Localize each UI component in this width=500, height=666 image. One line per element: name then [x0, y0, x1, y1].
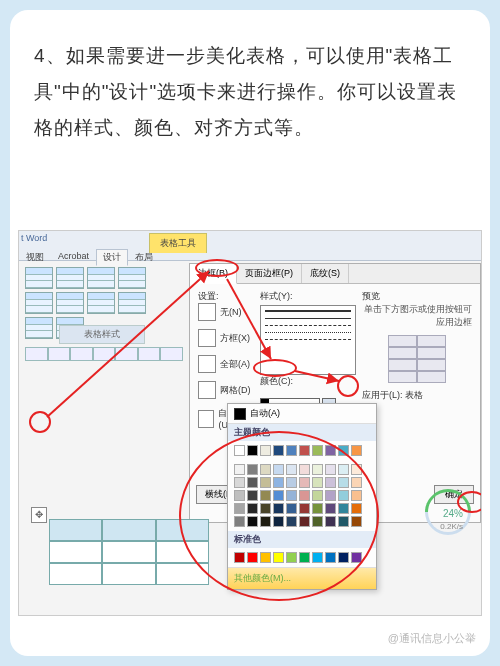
color-auto[interactable]: 自动(A) [228, 404, 376, 424]
style-label: 样式(Y): [260, 290, 356, 303]
color-swatch[interactable] [247, 464, 258, 475]
color-swatch[interactable] [234, 477, 245, 488]
color-swatch[interactable] [247, 490, 258, 501]
tab-acrobat[interactable]: Acrobat [51, 249, 96, 266]
color-swatch[interactable] [260, 503, 271, 514]
preview-grid[interactable] [388, 335, 446, 383]
color-swatch[interactable] [247, 445, 258, 456]
color-swatch[interactable] [299, 503, 310, 514]
color-swatch[interactable] [338, 552, 349, 563]
color-swatch[interactable] [351, 445, 362, 456]
ribbon-bar: t Word 表格工具 视图 Acrobat 设计 布局 [19, 231, 481, 261]
color-swatch[interactable] [312, 445, 323, 456]
color-swatch[interactable] [260, 516, 271, 527]
apply-to-value[interactable]: 表格 [405, 390, 423, 400]
color-swatch[interactable] [260, 477, 271, 488]
color-swatch[interactable] [234, 503, 245, 514]
color-swatch[interactable] [325, 552, 336, 563]
color-swatch[interactable] [273, 516, 284, 527]
color-swatch[interactable] [286, 464, 297, 475]
color-swatch[interactable] [351, 464, 362, 475]
theme-colors-row[interactable] [228, 441, 376, 460]
table-move-handle-icon[interactable]: ✥ [31, 507, 47, 523]
color-swatch[interactable] [351, 503, 362, 514]
dlg-tab-page-border[interactable]: 页面边框(P) [237, 264, 302, 283]
color-swatch[interactable] [234, 552, 245, 563]
color-swatch[interactable] [260, 445, 271, 456]
auto-swatch-icon [234, 408, 246, 420]
dlg-tab-shading[interactable]: 底纹(S) [302, 264, 349, 283]
color-swatch[interactable] [273, 490, 284, 501]
color-swatch[interactable] [260, 552, 271, 563]
annotation-circle [29, 411, 51, 433]
document-table[interactable] [49, 519, 209, 585]
color-swatch[interactable] [325, 464, 336, 475]
color-swatch[interactable] [247, 503, 258, 514]
color-swatch[interactable] [234, 516, 245, 527]
color-swatch[interactable] [312, 464, 323, 475]
color-swatch[interactable] [351, 490, 362, 501]
color-swatch[interactable] [286, 490, 297, 501]
color-swatch[interactable] [351, 552, 362, 563]
color-swatch[interactable] [325, 477, 336, 488]
opt-grid[interactable]: 网格(D) [198, 381, 254, 399]
color-swatch[interactable] [299, 445, 310, 456]
opt-box[interactable]: 方框(X) [198, 329, 254, 347]
color-swatch[interactable] [260, 490, 271, 501]
color-swatch[interactable] [247, 477, 258, 488]
color-swatch[interactable] [299, 516, 310, 527]
color-swatch[interactable] [299, 552, 310, 563]
color-swatch[interactable] [286, 477, 297, 488]
color-swatch[interactable] [247, 552, 258, 563]
color-swatch[interactable] [312, 490, 323, 501]
color-swatch[interactable] [286, 552, 297, 563]
standard-colors-row[interactable] [228, 548, 376, 567]
style-listbox[interactable] [260, 305, 356, 375]
color-swatch[interactable] [273, 552, 284, 563]
color-swatch[interactable] [234, 464, 245, 475]
color-swatch[interactable] [325, 516, 336, 527]
color-swatch[interactable] [338, 503, 349, 514]
color-swatch[interactable] [312, 516, 323, 527]
color-swatch[interactable] [234, 445, 245, 456]
mini-table-preview [25, 347, 183, 361]
color-swatch[interactable] [260, 464, 271, 475]
color-swatch[interactable] [325, 445, 336, 456]
color-swatch[interactable] [338, 477, 349, 488]
color-swatch[interactable] [312, 503, 323, 514]
color-swatch[interactable] [338, 464, 349, 475]
color-swatch[interactable] [273, 503, 284, 514]
color-swatch[interactable] [338, 490, 349, 501]
color-swatch[interactable] [299, 490, 310, 501]
color-swatch[interactable] [273, 477, 284, 488]
color-swatch[interactable] [299, 477, 310, 488]
color-swatch[interactable] [351, 477, 362, 488]
color-swatch[interactable] [273, 445, 284, 456]
instruction-text: 4、如果需要进一步美化表格，可以使用"表格工具"中的"设计"选项卡来进行操作。你… [34, 38, 466, 146]
more-colors[interactable]: 其他颜色(M)... [228, 567, 376, 589]
tab-design[interactable]: 设计 [96, 249, 128, 266]
color-swatch[interactable] [312, 477, 323, 488]
dlg-tab-borders[interactable]: 边框(B) [190, 264, 237, 284]
color-swatch[interactable] [299, 464, 310, 475]
color-swatch[interactable] [234, 490, 245, 501]
standard-colors-header: 标准色 [228, 531, 376, 548]
color-swatch[interactable] [325, 490, 336, 501]
color-swatch[interactable] [286, 445, 297, 456]
color-swatch[interactable] [247, 516, 258, 527]
opt-none[interactable]: 无(N) [198, 303, 254, 321]
color-swatch[interactable] [273, 464, 284, 475]
color-swatch[interactable] [338, 516, 349, 527]
tab-view[interactable]: 视图 [19, 249, 51, 266]
tab-layout[interactable]: 布局 [128, 249, 160, 266]
color-swatch[interactable] [338, 445, 349, 456]
color-swatch[interactable] [286, 503, 297, 514]
theme-tints-grid[interactable] [228, 460, 376, 531]
table-style-gallery[interactable] [25, 267, 175, 321]
opt-all[interactable]: 全部(A) [198, 355, 254, 373]
color-swatch[interactable] [312, 552, 323, 563]
color-swatch[interactable] [325, 503, 336, 514]
color-swatch[interactable] [351, 516, 362, 527]
watermark: @通讯信息小公举 [388, 631, 476, 646]
color-swatch[interactable] [286, 516, 297, 527]
